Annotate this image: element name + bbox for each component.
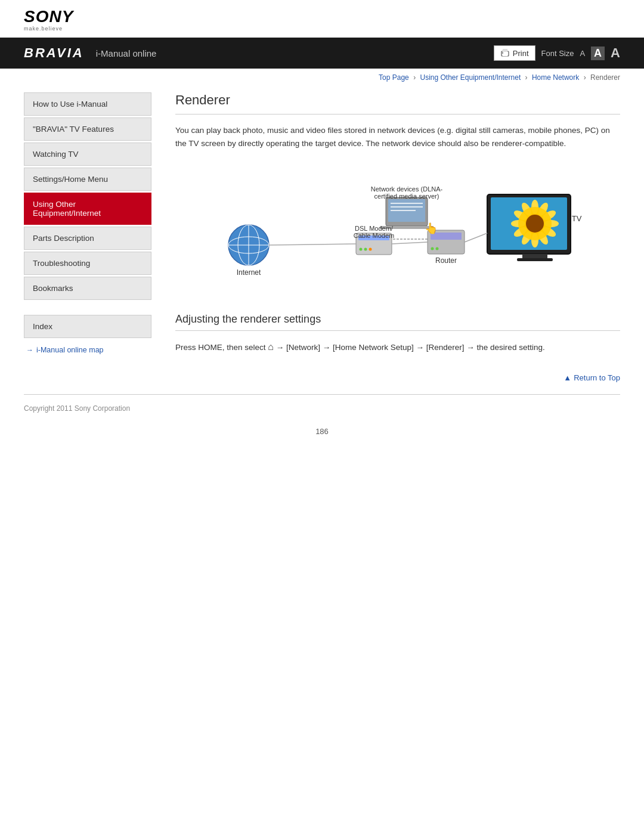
nav-bar-right: Print Font Size A A A [494,45,620,61]
svg-rect-2 [503,49,507,52]
sidebar-map-link[interactable]: → i-Manual online map [24,340,151,357]
svg-point-23 [369,248,372,251]
font-size-label: Font Size [541,49,574,58]
return-to-top-area: ▲ Return to Top [175,367,620,394]
sidebar-item-bookmarks[interactable]: Bookmarks [24,277,151,300]
breadcrumb: Top Page › Using Other Equipment/Interne… [0,69,644,86]
return-top-label: Return to Top [574,373,620,382]
sidebar-item-parts[interactable]: Parts Description [24,227,151,250]
content-area: Renderer You can play back photo, music … [161,86,620,394]
svg-rect-3 [502,52,503,54]
nav-bar-left: BRAVIA i-Manual online [24,45,156,61]
page-title: Renderer [175,92,620,114]
svg-rect-1 [503,54,507,56]
page-number: 186 [0,422,644,445]
svg-text:Cable Modem: Cable Modem [354,232,394,239]
intro-text: You can play back photo, music and video… [175,124,620,150]
sidebar-item-bravia-features[interactable]: "BRAVIA" TV Features [24,117,151,141]
diagram-svg: Internet Network devices (DLNA- certifie… [213,162,583,299]
sidebar-item-settings[interactable]: Settings/Home Menu [24,168,151,191]
sidebar: How to Use i-Manual "BRAVIA" TV Features… [24,86,161,394]
svg-text:Network devices (DLNA-: Network devices (DLNA- [371,185,443,193]
breadcrumb-using-other[interactable]: Using Other Equipment/Internet [420,73,521,82]
return-top-arrow-icon: ▲ [564,373,571,382]
svg-point-50 [526,215,544,233]
footer: Copyright 2011 Sony Corporation [0,395,644,422]
return-to-top-link[interactable]: ▲ Return to Top [564,373,620,382]
svg-line-54 [465,233,487,242]
sidebar-item-how-to-use[interactable]: How to Use i-Manual [24,92,151,116]
print-label: Print [513,49,529,58]
section-desc: Press HOME, then select ⌂ → [Network] → … [175,339,620,355]
breadcrumb-home-network[interactable]: Home Network [532,73,579,82]
svg-point-30 [436,247,439,250]
sidebar-item-troubleshooting[interactable]: Troubleshooting [24,252,151,275]
bravia-logo: BRAVIA [24,45,84,61]
svg-text:TV: TV [572,214,582,223]
svg-point-21 [360,248,363,251]
sony-logo: SONY make.believe [24,8,73,32]
sidebar-item-using-other[interactable]: Using Other Equipment/Internet [24,193,151,225]
sidebar-map-label: i-Manual online map [36,346,104,354]
print-button[interactable]: Print [494,45,535,61]
svg-rect-52 [517,258,553,261]
breadcrumb-top[interactable]: Top Page [379,73,409,82]
font-size-medium[interactable]: A [591,47,605,60]
svg-point-22 [364,248,367,251]
breadcrumb-current: Renderer [590,73,620,82]
svg-rect-51 [522,254,547,259]
top-bar: SONY make.believe [0,0,644,38]
main-layout: How to Use i-Manual "BRAVIA" TV Features… [0,86,644,394]
svg-point-29 [431,247,434,250]
svg-text:certified media server): certified media server) [374,193,439,200]
sidebar-item-watching[interactable]: Watching TV [24,143,151,166]
font-size-small[interactable]: A [580,49,585,58]
svg-text:DSL Modem/: DSL Modem/ [355,225,394,232]
section-title: Adjusting the renderer settings [175,313,620,331]
network-diagram: Internet Network devices (DLNA- certifie… [175,162,620,299]
sony-tagline: make.believe [24,26,63,32]
svg-line-26 [269,244,356,245]
copyright-text: Copyright 2011 Sony Corporation [24,404,130,413]
svg-text:Internet: Internet [237,268,261,277]
arrow-right-icon: → [26,346,33,354]
font-size-large[interactable]: A [611,45,620,61]
svg-line-32 [392,242,428,244]
svg-text:Router: Router [435,256,457,265]
svg-text:👆: 👆 [425,222,438,235]
manual-subtitle: i-Manual online [96,48,157,58]
nav-bar: BRAVIA i-Manual online Print Font Size A… [0,38,644,69]
sony-wordmark: SONY [24,8,73,25]
sidebar-item-index[interactable]: Index [24,315,151,338]
print-icon [500,48,510,58]
